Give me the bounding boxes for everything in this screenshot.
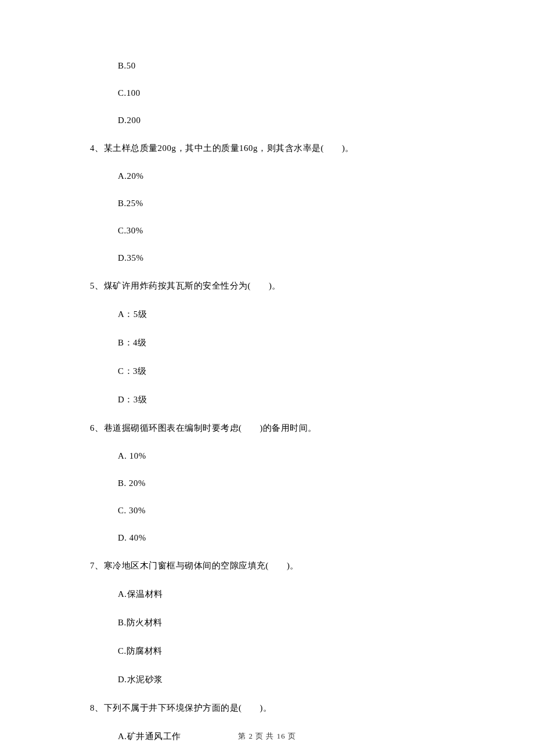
option-item: A.保温材料: [118, 589, 470, 600]
question-text: 巷道掘砌循环图表在编制时要考虑( )的备用时间。: [104, 423, 317, 433]
question-number: 8、: [90, 703, 104, 712]
option-item: C.30%: [118, 226, 470, 236]
option-item: C：3级: [118, 366, 470, 377]
option-item: B：4级: [118, 337, 470, 348]
option-item: A.20%: [118, 171, 470, 181]
question-text: 下列不属于井下环境保护方面的是( )。: [104, 703, 272, 712]
option-item: C. 30%: [118, 506, 470, 516]
option-item: B.25%: [118, 199, 470, 208]
option-item: D.水泥砂浆: [118, 674, 470, 685]
question-text: 寒冷地区木门窗框与砌体间的空隙应填充( )。: [104, 561, 300, 570]
option-item: D.35%: [118, 253, 470, 263]
option-item: B.50: [118, 61, 470, 71]
question-number: 6、: [90, 423, 104, 433]
page-footer: 第 2 页 共 16 页: [0, 731, 534, 741]
option-item: B.防火材料: [118, 617, 470, 628]
question-text: 某土样总质量200g，其中土的质量160g，则其含水率是( )。: [104, 143, 355, 153]
option-item: B. 20%: [118, 478, 470, 488]
question-number: 4、: [90, 143, 104, 153]
page-content: B.50 C.100 D.200 4、某土样总质量200g，其中土的质量160g…: [0, 61, 534, 742]
option-item: A：5级: [118, 309, 470, 320]
question-5: 5、煤矿许用炸药按其瓦斯的安全性分为( )。: [90, 280, 470, 291]
option-item: D. 40%: [118, 533, 470, 543]
option-item: D.200: [118, 116, 470, 125]
option-item: A. 10%: [118, 451, 470, 461]
question-number: 7、: [90, 561, 104, 570]
question-text: 煤矿许用炸药按其瓦斯的安全性分为( )。: [104, 281, 282, 290]
question-8: 8、下列不属于井下环境保护方面的是( )。: [90, 703, 470, 714]
option-item: D：3级: [118, 394, 470, 405]
question-number: 5、: [90, 281, 104, 290]
question-4: 4、某土样总质量200g，其中土的质量160g，则其含水率是( )。: [90, 143, 470, 154]
option-item: C.防腐材料: [118, 646, 470, 657]
option-item: C.100: [118, 88, 470, 98]
question-6: 6、巷道掘砌循环图表在编制时要考虑( )的备用时间。: [90, 423, 470, 434]
question-7: 7、寒冷地区木门窗框与砌体间的空隙应填充( )。: [90, 560, 470, 571]
